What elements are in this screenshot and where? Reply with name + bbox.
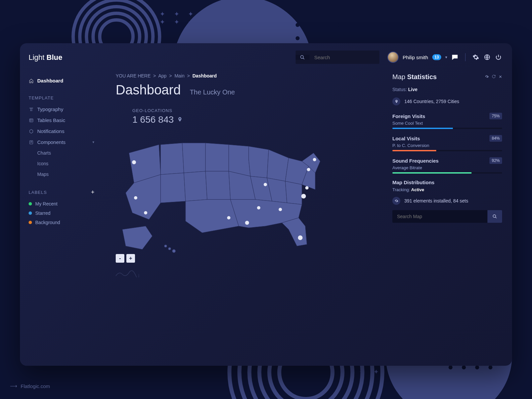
nav-components-label: Components: [37, 139, 66, 145]
map[interactable]: - +: [116, 126, 329, 259]
nav-notifications-label: Notifications: [37, 128, 65, 134]
svg-point-44: [144, 211, 147, 214]
logo: Light Blue: [29, 53, 94, 62]
svg-point-11: [322, 36, 326, 40]
geo-count: 1 656 843: [132, 114, 386, 125]
globe-icon[interactable]: [483, 54, 491, 61]
nav-typography[interactable]: Typography: [29, 104, 94, 115]
dist-title: Map Distributions: [392, 180, 502, 185]
svg-point-8: [335, 23, 339, 27]
sparkline-icon: [116, 269, 139, 277]
nav-dashboard-label: Dashboard: [37, 78, 63, 83]
label-starred[interactable]: Starred: [29, 208, 94, 218]
section-labels: LABELS: [29, 190, 47, 195]
chat-icon[interactable]: [451, 54, 459, 61]
stat-block: Foreign Visits75%Some Cool Text: [392, 113, 502, 129]
svg-point-48: [264, 183, 267, 186]
svg-point-46: [245, 221, 249, 225]
stat-sub: Some Cool Text: [392, 121, 502, 126]
elements-line: 391 elements installed, 84 sets: [392, 197, 502, 205]
svg-point-50: [298, 235, 303, 240]
user-chevron-icon[interactable]: ▾: [445, 55, 447, 60]
crumb-main[interactable]: Main: [175, 73, 185, 78]
dot-orange-icon: [29, 221, 32, 224]
credit: ⟶ Flatlogic.com: [10, 383, 50, 389]
home-icon: [29, 78, 34, 83]
svg-point-51: [301, 194, 306, 199]
avatar[interactable]: [387, 52, 399, 63]
chevron-down-icon: ▾: [92, 140, 94, 144]
tables-icon: [29, 118, 34, 123]
nav-tables-label: Tables Basic: [37, 117, 65, 123]
svg-point-52: [305, 186, 309, 190]
sub-icons[interactable]: Icons: [29, 158, 94, 169]
username: Philip smith: [403, 55, 428, 60]
svg-point-47: [257, 206, 260, 209]
crumb-current: Dashboard: [193, 73, 217, 78]
panel-refresh-icon[interactable]: [492, 74, 496, 79]
label-background[interactable]: Background: [29, 218, 94, 227]
gear-circle-icon: [392, 197, 400, 205]
stat-name: Local Visits: [392, 136, 420, 141]
sidebar: Light Blue Dashboard TEMPLATE Typography…: [20, 43, 103, 366]
stat-sub: P. to C. Conversion: [392, 143, 502, 148]
geo-line: 146 Countries, 2759 Cities: [392, 97, 502, 105]
main-area: Philip smith 13 ▾: [103, 43, 512, 366]
search-input[interactable]: [310, 51, 379, 64]
panel-close-icon[interactable]: ✕: [499, 74, 502, 79]
map-search-button[interactable]: [487, 210, 502, 223]
pin-circle-icon: [392, 97, 400, 105]
breadcrumb: YOU ARE HERE > App > Main > Dashboard: [116, 73, 386, 78]
svg-point-53: [307, 168, 310, 171]
sub-charts[interactable]: Charts: [29, 148, 94, 158]
nav-components[interactable]: Components ▾: [29, 137, 94, 148]
svg-point-55: [493, 215, 496, 217]
section-template: TEMPLATE: [29, 95, 94, 100]
svg-point-10: [309, 36, 313, 40]
nav-dashboard[interactable]: Dashboard: [29, 75, 94, 86]
nav-tables[interactable]: Tables Basic: [29, 115, 94, 126]
stat-bar: [392, 172, 502, 174]
stat-block: Sound Frequencies92%Average Bitrate: [392, 157, 502, 174]
stat-pct: 75%: [489, 113, 502, 119]
stats-panel: Map Statistics ✕ Status: Live: [392, 73, 502, 359]
power-icon[interactable]: [495, 54, 502, 61]
zoom-in-button[interactable]: +: [126, 254, 135, 263]
svg-rect-35: [30, 119, 33, 122]
svg-point-49: [279, 208, 282, 211]
divider: [465, 53, 466, 61]
panel-gear-icon[interactable]: [485, 74, 489, 79]
svg-point-6: [309, 23, 313, 27]
crumb-app[interactable]: App: [158, 73, 167, 78]
logo-light: Light: [29, 53, 45, 62]
map-search-input[interactable]: [392, 210, 487, 223]
geo-label: GEO-LOCATIONS: [132, 108, 386, 113]
logo-bold: Blue: [47, 53, 63, 62]
zoom-controls: - +: [116, 254, 135, 263]
search-icon[interactable]: [296, 55, 310, 60]
page-title: Dashboard The Lucky One: [116, 82, 386, 97]
svg-point-37: [301, 55, 304, 58]
map-search: [392, 210, 502, 223]
search-box: [296, 51, 379, 64]
svg-point-33: [475, 365, 479, 369]
center-column: YOU ARE HERE > App > Main > Dashboard Da…: [116, 73, 386, 359]
nav-notifications[interactable]: Notifications: [29, 126, 94, 137]
sub-maps[interactable]: Maps: [29, 169, 94, 180]
dot-green-icon: [29, 202, 32, 205]
stat-block: Local Visits84%P. to C. Conversion: [392, 135, 502, 151]
gear-icon[interactable]: [472, 54, 479, 61]
components-icon: [29, 140, 34, 145]
add-label-button[interactable]: +: [91, 189, 94, 196]
svg-point-31: [449, 365, 453, 369]
svg-point-39: [164, 245, 167, 247]
zoom-out-button[interactable]: -: [116, 254, 124, 263]
stat-bar: [392, 128, 502, 129]
typography-icon: [29, 107, 34, 112]
stat-bar: [392, 150, 502, 151]
stat-name: Foreign Visits: [392, 113, 425, 119]
label-my-recent[interactable]: My Recent: [29, 199, 94, 208]
arrow-icon: ⟶: [10, 383, 17, 389]
app-window: Light Blue Dashboard TEMPLATE Typography…: [20, 43, 512, 366]
stat-pct: 92%: [489, 157, 502, 164]
